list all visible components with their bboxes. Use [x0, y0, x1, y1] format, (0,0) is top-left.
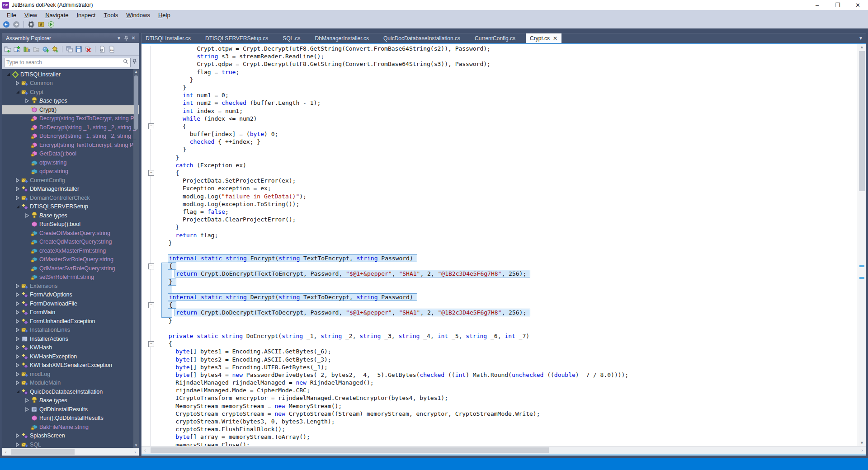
code-area[interactable]: Crypt.otpw = Crypt.Decrypt(utF8.GetStrin… [142, 44, 858, 446]
code-line[interactable]: MemoryStream memoryStream = new MemorySt… [161, 402, 858, 410]
expander-closed-icon[interactable] [14, 345, 21, 350]
code-line[interactable]: RijndaelManaged rijndaelManaged = new Ri… [161, 379, 858, 386]
menu-inspect[interactable]: Inspect [72, 10, 99, 20]
code-line[interactable] [161, 324, 858, 332]
tree-item-bakfilename-string[interactable]: BakFileName:string [2, 423, 139, 432]
scroll-down-icon[interactable]: ▼ [134, 443, 138, 447]
menu-file[interactable]: File [3, 10, 20, 20]
menu-tools[interactable]: Tools [99, 10, 122, 20]
tree-item-modlog[interactable]: modLog [2, 370, 139, 379]
tab-crypt-cs[interactable]: Crypt.cs✕ [526, 33, 561, 43]
tree-item-dbmanagerinstaller[interactable]: DbManagerInstaller [2, 185, 139, 194]
code-line[interactable]: rijndaelManaged.Mode = CipherMode.CBC; [161, 386, 858, 394]
tree-item-formunhandledexception[interactable]: FormUnhandledException [2, 317, 139, 326]
tree-item-crypt-[interactable]: Crypt() [2, 105, 139, 114]
code-line[interactable]: } [161, 317, 858, 324]
tab-dbmanagerinstaller-cs[interactable]: DbManagerInstaller.cs [311, 33, 373, 43]
tree-item-domaincontrollercheck[interactable]: DomainControllerCheck [2, 193, 139, 202]
new-list-icon[interactable] [42, 46, 49, 53]
tree-item-createotmasterquery-string[interactable]: CreateOtMasterQuery:string [2, 229, 139, 238]
doc-pdb-icon[interactable]: PDB [108, 46, 115, 53]
code-line[interactable]: } [161, 76, 858, 84]
editor-hscrollbar-thumb[interactable] [151, 447, 549, 453]
run-icon[interactable] [47, 21, 55, 28]
tree-item-formadvoptions[interactable]: FormAdvOptions [2, 291, 139, 300]
search-input[interactable] [5, 59, 122, 66]
tree-item-extensions[interactable]: Extensions [2, 282, 139, 291]
expander-closed-icon[interactable] [14, 284, 21, 288]
menu-help[interactable]: Help [154, 10, 175, 20]
code-line[interactable]: Crypt.qdpw = Crypt.Decrypt(utF8.GetStrin… [161, 60, 858, 68]
tree-item-qdmastersvrrolequery-string[interactable]: QdMasterSvrRoleQuery:string [2, 264, 139, 273]
code-line[interactable]: checked { ++index; } [161, 138, 858, 146]
scroll-down-icon[interactable]: ▼ [858, 441, 866, 445]
code-line[interactable]: int index = num1; [161, 107, 858, 115]
tree-item-base-types[interactable]: Base types [2, 211, 139, 220]
search-pin-icon[interactable] [132, 58, 137, 66]
editor-vertical-scrollbar[interactable]: ▲ ▼ [858, 44, 866, 446]
code-line[interactable]: private static string DoEncrypt(string _… [161, 332, 858, 340]
expander-closed-icon[interactable] [14, 433, 21, 438]
code-line[interactable]: byte[] bytes4 = new PasswordDeriveBytes(… [161, 371, 858, 379]
tree-scrollbar-thumb[interactable] [134, 75, 138, 130]
code-line[interactable]: return flag; [161, 231, 858, 239]
tree-item-qdpw-string[interactable]: qdpw:string [2, 167, 139, 176]
tree-hscrollbar-thumb[interactable] [11, 449, 75, 455]
tag-icon[interactable]: # [38, 21, 45, 28]
scroll-up-icon[interactable]: ▲ [858, 45, 866, 49]
scroll-left-icon[interactable]: ‹ [142, 448, 149, 453]
expander-closed-icon[interactable] [24, 398, 30, 403]
expander-closed-icon[interactable] [14, 354, 21, 359]
tree-item-formmain[interactable]: FormMain [2, 308, 139, 317]
tree-item-dodecrypt-string-1-string-2-string-[interactable]: DoDecrypt(string _1, string _2, string _ [2, 123, 139, 132]
expander-closed-icon[interactable] [14, 310, 21, 315]
tree-item-sql[interactable]: SQL [2, 440, 139, 448]
tree-item-decrypt-string-texttodecrypt-string-p[interactable]: Decrypt(string TextToDecrypt, string P [2, 114, 139, 123]
tree-horizontal-scrollbar[interactable]: ‹ › [2, 448, 139, 456]
code-line[interactable] [161, 247, 858, 254]
code-line[interactable]: memoryStream.Close(); [161, 441, 858, 446]
gear-add-icon[interactable] [52, 46, 59, 53]
doc-gear-icon[interactable] [99, 46, 106, 53]
code-line[interactable]: modLog.Log(exception.ToString()); [161, 200, 858, 208]
code-line[interactable]: { [161, 262, 858, 270]
code-line[interactable]: string s3 = streamReader.ReadLine(); [161, 52, 858, 60]
expander-closed-icon[interactable] [14, 328, 21, 332]
menu-view[interactable]: View [20, 10, 41, 20]
forward-icon[interactable] [13, 21, 20, 28]
tree-item-run-qddbinstallresults[interactable]: Run():QdDbInstallResults [2, 414, 139, 423]
code-line[interactable]: { [161, 169, 858, 177]
code-line[interactable]: byte[] bytes3 = Encoding.UTF8.GetBytes(_… [161, 363, 858, 371]
tree-item-currentconfig[interactable]: CurrentConfig [2, 176, 139, 185]
expander-closed-icon[interactable] [14, 292, 21, 297]
sort-assemblies-icon[interactable] [23, 46, 30, 53]
tree-item-getdata-bool[interactable]: GetData():bool [2, 150, 139, 159]
code-line[interactable]: } [161, 146, 858, 153]
scroll-up-icon[interactable]: ▲ [134, 70, 138, 74]
tree-item-base-types[interactable]: Base types [2, 97, 139, 106]
close-button[interactable]: ✕ [848, 0, 868, 10]
close-all-icon[interactable] [85, 46, 92, 53]
tree-item-dtisqlserversetup[interactable]: DTISQLSERVERSetup [2, 202, 139, 212]
code-line[interactable] [161, 286, 858, 293]
tab-quicdocdatabaseinstallation-cs[interactable]: QuicDocDatabaseInstallation.cs [379, 33, 464, 43]
code-line[interactable]: cryptoStream.Write(bytes3, 0, bytes3.Len… [161, 418, 858, 425]
tree-item-setsvrrolefrmt-string[interactable]: setSvrRoleFrmt:string [2, 273, 139, 282]
expander-closed-icon[interactable] [14, 178, 21, 183]
tree-item-modulemain[interactable]: ModuleMain [2, 379, 139, 388]
code-line[interactable]: ProjectData.ClearProjectError(); [161, 216, 858, 223]
expander-closed-icon[interactable] [14, 337, 21, 341]
tree-item-kwhash[interactable]: KWHash [2, 343, 139, 352]
tree-item-kwhashxmlserializerexception[interactable]: KWHashXMLSerializerException [2, 361, 139, 370]
tree-item-quicdocdatabaseinstallation[interactable]: QuicDocDatabaseInstallation [2, 387, 139, 396]
code-line[interactable]: } [161, 239, 858, 247]
scroll-left-icon[interactable]: ‹ [2, 450, 9, 455]
code-line[interactable]: { [161, 122, 858, 130]
expander-closed-icon[interactable] [14, 196, 21, 200]
code-line[interactable]: int num1 = 0; [161, 91, 858, 99]
tree-item-kwhashexception[interactable]: KWHashException [2, 352, 139, 361]
expander-closed-icon[interactable] [24, 99, 30, 103]
code-line[interactable]: byte[] array = memoryStream.ToArray(); [161, 433, 858, 441]
tree-item-encrypt-string-texttoencrypt-string-p[interactable]: Encrypt(string TextToEncrypt, string P [2, 141, 139, 150]
tree-item-installeractions[interactable]: InstallerActions [2, 334, 139, 343]
